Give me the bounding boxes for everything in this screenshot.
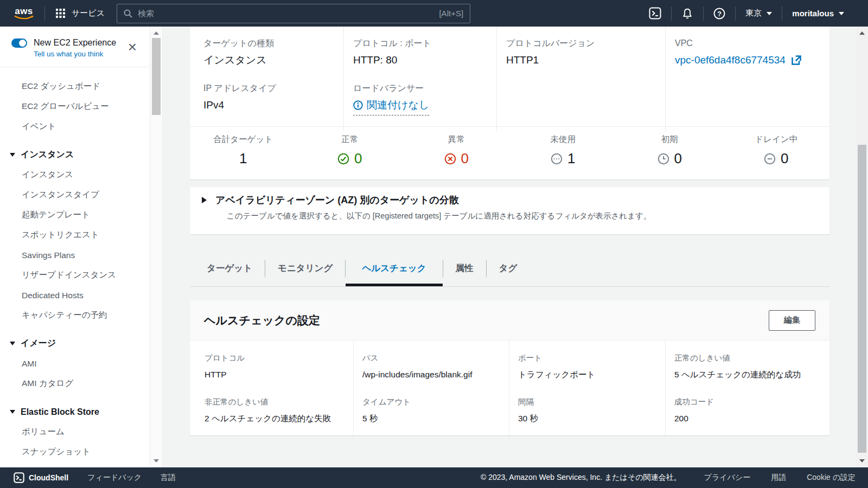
- experience-title: New EC2 Experience: [34, 38, 116, 48]
- field-port: ポート トラフィックポート: [518, 352, 655, 380]
- sidebar-item-spot-requests[interactable]: スポットリクエスト: [0, 225, 150, 245]
- feedback-link[interactable]: フィードバック: [87, 473, 142, 483]
- sidebar-item-volumes[interactable]: ボリューム: [0, 422, 150, 442]
- stat-unhealthy: 異常 0: [403, 134, 510, 178]
- terms-link[interactable]: 用語: [771, 473, 786, 483]
- scroll-down-icon[interactable]: [154, 459, 159, 463]
- nav-divider: [703, 7, 704, 21]
- privacy-link[interactable]: プライバシー: [704, 473, 751, 483]
- close-icon[interactable]: ×: [128, 41, 137, 54]
- triangle-down-icon: [10, 342, 15, 345]
- x-circle-icon: [444, 153, 456, 165]
- sidebar-item-ec2-dashboard[interactable]: EC2 ダッシュボード: [0, 76, 150, 97]
- sidebar-section-instances[interactable]: インスタンス: [0, 145, 150, 165]
- az-distribution-section: アベイラビリティーゾーン (AZ) 別のターゲットの分散 このテーブルで値を選択…: [190, 187, 829, 234]
- services-menu[interactable]: サービス: [56, 8, 105, 18]
- triangle-right-icon: [202, 197, 207, 203]
- hc-column-1: プロトコル HTTP 非正常のしきい値 2 ヘルスチェックの連続的な失敗: [190, 341, 353, 440]
- nav-divider: [44, 7, 45, 21]
- field-timeout: タイムアウト 5 秒: [362, 396, 499, 424]
- region-label: 東京: [745, 8, 762, 18]
- sidebar-item-instances[interactable]: インスタンス: [0, 165, 150, 185]
- sidebar-item-snapshots[interactable]: スナップショット: [0, 442, 150, 462]
- health-check-title: ヘルスチェックの設定: [204, 313, 320, 328]
- sidebar-item-launch-templates[interactable]: 起動テンプレート: [0, 205, 150, 225]
- summary-column-4: VPC vpc-0ef6da4f8c6774534: [665, 27, 829, 132]
- search-input[interactable]: [138, 9, 439, 18]
- cloudshell-button[interactable]: CloudShell: [14, 472, 68, 483]
- tab-attributes[interactable]: 属性: [443, 251, 486, 286]
- edit-button[interactable]: 編集: [769, 310, 815, 331]
- nav-divider: [782, 7, 782, 21]
- scroll-up-icon[interactable]: [154, 31, 159, 35]
- sidebar-item-events[interactable]: イベント: [0, 117, 150, 137]
- experience-feedback-link[interactable]: Tell us what you think: [34, 50, 139, 58]
- scroll-down-icon[interactable]: [859, 459, 865, 463]
- aws-logo[interactable]: aws: [14, 7, 34, 20]
- sidebar-scrollbar-thumb[interactable]: [152, 38, 161, 115]
- chevron-down-icon: [767, 12, 772, 15]
- page-scrollbar-thumb[interactable]: [858, 145, 866, 453]
- account-menu[interactable]: moritalous: [792, 9, 844, 18]
- sidebar: New EC2 Experience Tell us what you thin…: [0, 27, 150, 467]
- summary-column-1: ターゲットの種類 インスタンス IP アドレスタイプ IPv4: [190, 27, 343, 132]
- summary-column-2: プロトコル : ポート HTTP: 80 ロードバランサー 関連付けなし: [343, 27, 496, 132]
- experience-toggle[interactable]: [11, 38, 27, 48]
- triangle-down-icon: [10, 410, 15, 414]
- sidebar-item-savings-plans[interactable]: Savings Plans: [0, 245, 150, 265]
- services-label: サービス: [72, 8, 105, 18]
- language-link[interactable]: 言語: [161, 473, 176, 483]
- nav-divider: [735, 7, 736, 21]
- search-shortcut: [Alt+S]: [439, 9, 463, 18]
- tab-monitoring[interactable]: モニタリング: [265, 251, 345, 286]
- info-icon: [353, 100, 363, 110]
- field-protocol-version: プロトコルバージョン HTTP1: [506, 38, 654, 67]
- tab-health-checks[interactable]: ヘルスチェック: [346, 251, 442, 286]
- sidebar-section-ebs[interactable]: Elastic Block Store: [0, 402, 150, 422]
- field-success-codes: 成功コード 200: [674, 396, 820, 424]
- search-box[interactable]: [Alt+S]: [117, 4, 470, 23]
- scroll-up-icon[interactable]: [859, 31, 865, 35]
- sidebar-item-ec2-global-view[interactable]: EC2 グローバルビュー: [0, 97, 150, 117]
- main-content: ターゲットの種類 インスタンス IP アドレスタイプ IPv4 プロトコル : …: [163, 27, 868, 467]
- notifications-bell-icon[interactable]: [681, 8, 693, 20]
- az-description: このテーブルで値を選択すると、以下の [Registered targets] …: [227, 211, 816, 221]
- hc-column-4: 正常のしきい値 5 ヘルスチェックの連続的な成功 成功コード 200: [665, 341, 829, 440]
- stat-unused: 未使用 1: [510, 134, 617, 178]
- tab-tags[interactable]: タグ: [487, 251, 530, 286]
- triangle-down-icon: [10, 153, 15, 157]
- detail-tabs: ターゲット モニタリング ヘルスチェック 属性 タグ: [190, 251, 829, 287]
- stat-draining: ドレイン中 0: [723, 134, 830, 178]
- sidebar-item-capacity-reservations[interactable]: キャパシティーの予約: [0, 305, 150, 325]
- minus-circle-icon: [764, 153, 776, 165]
- page-scrollbar[interactable]: [856, 27, 868, 467]
- sidebar-item-instance-types[interactable]: インスタンスタイプ: [0, 185, 150, 205]
- load-balancer-link[interactable]: 関連付けなし: [353, 99, 429, 115]
- sidebar-section-images[interactable]: イメージ: [0, 333, 150, 354]
- check-circle-icon: [337, 153, 349, 165]
- cookie-settings-link[interactable]: Cookie の設定: [807, 473, 856, 483]
- help-icon[interactable]: ?: [713, 8, 725, 20]
- field-protocol: プロトコル HTTP: [205, 352, 343, 380]
- tab-targets[interactable]: ターゲット: [194, 251, 265, 286]
- ellipsis-circle-icon: [551, 153, 563, 165]
- field-target-type: ターゲットの種類 インスタンス: [203, 38, 333, 67]
- field-path: パス /wp-includes/images/blank.gif: [362, 352, 499, 380]
- aws-smile-icon: [14, 15, 34, 20]
- sidebar-item-ami[interactable]: AMI: [0, 354, 150, 374]
- svg-text:?: ?: [717, 10, 722, 17]
- sidebar-item-ami-catalog[interactable]: AMI カタログ: [0, 374, 150, 394]
- field-unhealthy-threshold: 非正常のしきい値 2 ヘルスチェックの連続的な失敗: [205, 396, 343, 424]
- health-check-card-header: ヘルスチェックの設定 編集: [190, 300, 829, 341]
- sidebar-item-reserved-instances[interactable]: リザーブドインスタンス: [0, 265, 150, 285]
- nav-divider: [671, 7, 672, 21]
- external-link-icon: [791, 55, 802, 66]
- sidebar-scrollbar[interactable]: [150, 27, 163, 467]
- cloudshell-icon[interactable]: [649, 7, 661, 20]
- region-selector[interactable]: 東京: [745, 8, 772, 18]
- field-interval: 間隔 30 秒: [518, 396, 655, 424]
- az-expander[interactable]: アベイラビリティーゾーン (AZ) 別のターゲットの分散: [202, 194, 816, 207]
- sidebar-item-dedicated-hosts[interactable]: Dedicated Hosts: [0, 285, 150, 305]
- services-grid-icon: [56, 9, 65, 18]
- vpc-link[interactable]: vpc-0ef6da4f8c6774534: [675, 54, 802, 67]
